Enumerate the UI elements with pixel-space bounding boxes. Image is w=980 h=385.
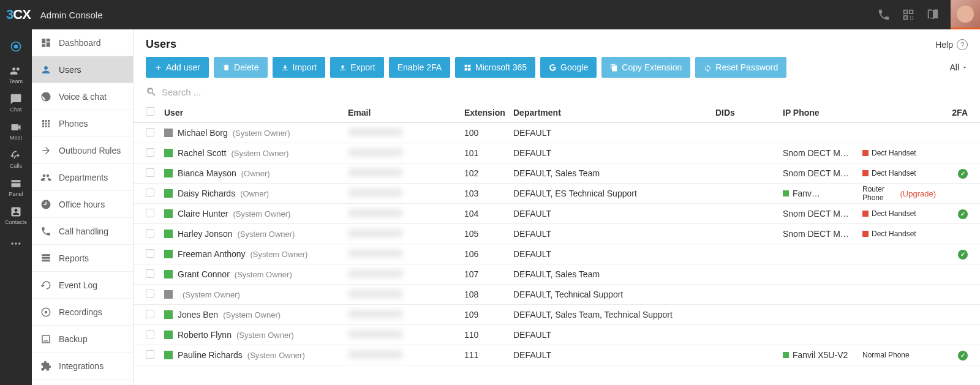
table-row[interactable]: Harley Jonson (System Owner)105DEFAULTSn… <box>134 224 980 244</box>
sidenav-phones[interactable]: Phones <box>32 110 133 137</box>
table-row[interactable]: Jones Ben (System Owner)109DEFAULT, Sale… <box>134 305 980 325</box>
user-name: Pauline Richards <box>178 350 243 360</box>
ip-phone-value: Snom DECT M… <box>783 148 862 158</box>
table-row[interactable]: Daisy Richards (Owner)103DEFAULT, ES Tec… <box>134 184 980 204</box>
sidenav-event-log[interactable]: Event Log <box>32 272 133 299</box>
department-value: DEFAULT, ES Technical Support <box>513 189 715 198</box>
department-value: DEFAULT <box>513 330 715 340</box>
brand-subtitle: Admin Console <box>40 10 103 20</box>
google-button[interactable]: Google <box>540 57 597 78</box>
book-icon[interactable] <box>926 8 940 21</box>
iconbar-more[interactable] <box>2 233 30 255</box>
iconbar-meet[interactable]: Meet <box>2 120 30 142</box>
sidenav-recordings[interactable]: Recordings <box>32 299 133 326</box>
table-row[interactable]: Claire Hunter (System Owner)104DEFAULTSn… <box>134 204 980 224</box>
2fa-check-icon <box>958 250 968 260</box>
col-ip-phone[interactable]: IP Phone <box>783 108 862 118</box>
department-value: DEFAULT <box>513 128 715 138</box>
sidenav-departments[interactable]: Departments <box>32 164 133 191</box>
sidenav-integrations[interactable]: Integrations <box>32 353 133 379</box>
user-role: (System Owner) <box>233 209 290 219</box>
col-extension[interactable]: Extension <box>464 108 513 118</box>
extension-value: 110 <box>464 330 513 340</box>
sidenav-call-handling[interactable]: Call handling <box>32 218 133 245</box>
2fa-value <box>949 208 968 219</box>
table-row[interactable]: Pauline Richards (System Owner)111DEFAUL… <box>134 345 980 365</box>
iconbar-panel[interactable]: Panel <box>2 176 30 198</box>
iconbar-contacts[interactable]: Contacts <box>2 204 30 226</box>
iconbar-chrome[interactable] <box>2 36 30 58</box>
ip-phone-value: Snom DECT M… <box>783 209 862 219</box>
delete-button[interactable]: Delete <box>214 57 267 78</box>
email-value <box>348 310 403 318</box>
export-button[interactable]: Export <box>330 57 383 78</box>
col-department[interactable]: Department <box>513 108 715 118</box>
sidenav-outbound-rules[interactable]: Outbound Rules <box>32 137 133 164</box>
row-checkbox[interactable] <box>146 269 154 278</box>
select-all-checkbox[interactable] <box>146 107 154 116</box>
row-checkbox[interactable] <box>146 168 154 177</box>
enable-2fa-button[interactable]: Enable 2FA <box>389 57 450 78</box>
avatar[interactable] <box>951 0 980 29</box>
row-checkbox[interactable] <box>146 330 154 338</box>
microsoft-365-button[interactable]: Microsoft 365 <box>455 57 535 78</box>
user-name: Freeman Anthony <box>178 249 246 259</box>
row-checkbox[interactable] <box>146 209 154 217</box>
email-value <box>348 148 403 157</box>
extension-value: 100 <box>464 128 513 138</box>
iconbar-team[interactable]: Team <box>2 64 30 86</box>
table-row[interactable]: (System Owner)108DEFAULT, Technical Supp… <box>134 285 980 305</box>
status-indicator <box>164 250 173 258</box>
row-checkbox[interactable] <box>146 249 154 258</box>
row-checkbox[interactable] <box>146 310 154 318</box>
col-dids[interactable]: DIDs <box>715 108 783 118</box>
copy-extension-button[interactable]: Copy Extension <box>601 57 690 78</box>
table-row[interactable]: Grant Connor (System Owner)107DEFAULT, S… <box>134 264 980 285</box>
department-value: DEFAULT <box>513 249 715 259</box>
row-checkbox[interactable] <box>146 350 154 359</box>
phone-icon[interactable] <box>877 8 891 21</box>
iconbar-calls[interactable]: Calls <box>2 148 30 170</box>
table-row[interactable]: Freeman Anthony (System Owner)106DEFAULT <box>134 244 980 264</box>
search-input[interactable] <box>162 87 345 97</box>
svg-point-6 <box>45 310 48 313</box>
user-role: (System Owner) <box>238 230 295 239</box>
sidenav-users[interactable]: Users <box>32 56 133 83</box>
2fa-value <box>949 168 968 179</box>
qr-icon[interactable] <box>902 8 915 21</box>
sidenav-voice-chat[interactable]: Voice & chat <box>32 83 133 110</box>
reset-password-button[interactable]: Reset Password <box>695 57 786 78</box>
row-checkbox[interactable] <box>146 148 154 157</box>
row-checkbox[interactable] <box>146 290 154 298</box>
col-email[interactable]: Email <box>348 108 464 118</box>
email-value <box>348 209 403 217</box>
row-checkbox[interactable] <box>146 189 154 197</box>
add-user-button[interactable]: Add user <box>146 57 209 78</box>
col-user[interactable]: User <box>164 108 348 118</box>
ip-phone-value: Snom DECT M… <box>783 168 862 178</box>
row-checkbox[interactable] <box>146 229 154 237</box>
extension-value: 104 <box>464 209 513 219</box>
sidenav-office-hours[interactable]: Office hours <box>32 191 133 218</box>
status-indicator <box>164 290 173 299</box>
col-2fa[interactable]: 2FA <box>949 108 968 118</box>
sidenav-dashboard[interactable]: Dashboard <box>32 29 133 56</box>
user-role: (System Owner) <box>233 129 290 138</box>
user-name: Roberto Flynn <box>178 330 232 340</box>
sidenav-backup[interactable]: Backup <box>32 326 133 353</box>
table-row[interactable]: Bianca Mayson (Owner)102DEFAULT, Sales T… <box>134 163 980 184</box>
iconbar-chat[interactable]: Chat <box>2 92 30 114</box>
user-name: Harley Jonson <box>178 229 233 239</box>
row-checkbox[interactable] <box>146 128 154 136</box>
filter-dropdown[interactable]: All <box>949 62 968 72</box>
status-indicator <box>164 270 173 278</box>
status-indicator <box>164 209 173 218</box>
table-row[interactable]: Roberto Flynn (System Owner)110DEFAULT <box>134 325 980 345</box>
table-row[interactable]: Rachel Scott (System Owner)101DEFAULTSno… <box>134 143 980 163</box>
import-button[interactable]: Import <box>273 57 326 78</box>
table-row[interactable]: Michael Borg (System Owner)100DEFAULT <box>134 123 980 143</box>
help-link[interactable]: Help? <box>935 39 968 50</box>
extension-value: 111 <box>464 350 513 360</box>
department-value: DEFAULT <box>513 209 715 219</box>
sidenav-reports[interactable]: Reports <box>32 245 133 272</box>
